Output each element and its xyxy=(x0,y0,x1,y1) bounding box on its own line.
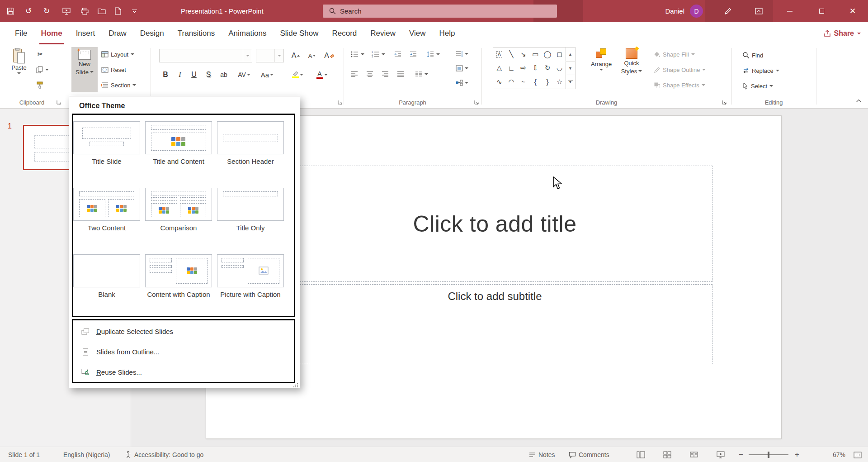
subtitle-placeholder[interactable]: Click to add subtitle xyxy=(277,284,712,364)
zoom-slider[interactable] xyxy=(749,447,788,462)
minimize-button[interactable] xyxy=(774,0,806,22)
font-name-combo[interactable] xyxy=(159,49,252,62)
shape-arc[interactable]: ◠ xyxy=(505,75,518,89)
text-direction-button[interactable] xyxy=(456,47,468,61)
tab-draw[interactable]: Draw xyxy=(102,22,133,44)
shapes-scroll-up[interactable]: ▲ xyxy=(566,48,575,62)
shape-effects-button[interactable]: Shape Effects xyxy=(654,79,705,91)
convert-to-smartart-button[interactable] xyxy=(456,76,468,90)
accessibility-checker[interactable]: Accessibility: Good to go xyxy=(125,447,203,462)
font-dialog-launcher[interactable] xyxy=(336,99,343,105)
layout-option-content-with-caption[interactable]: Content with Caption xyxy=(145,254,212,321)
decrease-indent-button[interactable] xyxy=(394,48,401,61)
align-left-button[interactable] xyxy=(351,68,358,81)
highlight-color-button[interactable] xyxy=(288,68,307,81)
maximize-button[interactable] xyxy=(806,0,837,22)
customize-quick-access-button[interactable] xyxy=(126,0,143,22)
view-slideshow-button[interactable] xyxy=(717,447,725,462)
menu-item-duplicate-selected-slides[interactable]: Duplicate Selected Slides xyxy=(74,321,290,342)
tab-record[interactable]: Record xyxy=(325,22,363,44)
zoom-level[interactable]: 67% xyxy=(833,447,845,462)
menu-resize-handle[interactable] xyxy=(295,385,296,386)
new-slide-button[interactable]: ✦ New Slide xyxy=(71,47,98,92)
layout-option-comparison[interactable]: Comparison xyxy=(145,188,212,254)
tab-transitions[interactable]: Transitions xyxy=(171,22,222,44)
increase-indent-button[interactable] xyxy=(410,48,417,61)
find-button[interactable]: Find xyxy=(742,49,763,62)
strikethrough-button[interactable]: ab xyxy=(217,68,231,81)
font-size-caret[interactable] xyxy=(274,49,283,62)
shape-fill-button[interactable]: Shape Fill xyxy=(654,48,695,61)
shape-right-brace[interactable]: } xyxy=(542,75,554,89)
layout-option-section-header[interactable]: Section Header xyxy=(217,121,284,188)
start-slideshow-button[interactable] xyxy=(58,0,75,22)
shape-right-arrow[interactable]: ⇨ xyxy=(517,61,529,75)
zoom-out-button[interactable]: − xyxy=(739,447,743,462)
shape-triangle[interactable]: △ xyxy=(493,61,505,75)
align-right-button[interactable] xyxy=(382,68,389,81)
shape-curve[interactable]: ~ xyxy=(517,75,529,89)
open-button[interactable] xyxy=(93,0,110,22)
shape-circular-arrow[interactable]: ↻ xyxy=(542,61,554,75)
redo-button[interactable]: ↻ xyxy=(38,0,55,22)
replace-button[interactable]: Replace xyxy=(742,64,779,77)
shape-down-arrow[interactable]: ⇩ xyxy=(529,61,542,75)
line-spacing-button[interactable] xyxy=(427,48,440,61)
undo-button[interactable]: ↺ xyxy=(20,0,37,22)
shape-arc-down[interactable]: ◡ xyxy=(553,61,566,75)
shapes-gallery-scroll[interactable]: ▲ ▼ ▼ xyxy=(566,47,576,89)
shape-textbox[interactable]: A xyxy=(493,48,505,61)
bold-button[interactable]: B xyxy=(159,68,172,81)
ink-pen-button[interactable] xyxy=(718,0,738,22)
tab-home[interactable]: Home xyxy=(34,22,69,44)
collapse-ribbon-button[interactable] xyxy=(856,96,862,105)
shape-star[interactable]: ☆ xyxy=(553,75,566,89)
layout-option-blank[interactable]: Blank xyxy=(73,254,140,321)
reset-button[interactable]: Reset xyxy=(101,63,126,76)
shape-elbow[interactable]: ∟ xyxy=(505,61,518,75)
decrease-font-size-button[interactable]: A xyxy=(305,49,319,62)
tab-insert[interactable]: Insert xyxy=(69,22,102,44)
layout-option-title-slide[interactable]: Title Slide xyxy=(73,121,140,188)
increase-font-size-button[interactable]: A xyxy=(288,49,303,62)
comments-button[interactable]: Comments xyxy=(569,447,609,462)
layout-option-title-and-content[interactable]: Title and Content xyxy=(145,121,212,188)
shape-scribble[interactable]: ∿ xyxy=(493,75,505,89)
font-name-caret[interactable] xyxy=(243,49,252,62)
close-button[interactable]: ✕ xyxy=(837,0,868,22)
shape-left-brace[interactable]: { xyxy=(529,75,542,89)
print-preview-button[interactable] xyxy=(76,0,93,22)
zoom-in-button[interactable]: + xyxy=(795,447,799,462)
section-button[interactable]: Section xyxy=(101,79,136,91)
search-box[interactable]: Search xyxy=(323,5,557,18)
select-button[interactable]: Select xyxy=(742,80,773,92)
layout-button[interactable]: Layout xyxy=(101,48,134,61)
tab-help[interactable]: Help xyxy=(433,22,462,44)
account-name[interactable]: Daniel xyxy=(650,0,684,22)
shapes-scroll-down[interactable]: ▼ xyxy=(566,62,575,76)
menu-item-slides-from-outline[interactable]: Slides from Outline... xyxy=(74,342,290,362)
avatar[interactable]: D xyxy=(690,5,703,18)
save-button[interactable] xyxy=(2,0,19,22)
columns-button[interactable] xyxy=(415,68,428,81)
character-spacing-button[interactable]: AV xyxy=(234,68,254,81)
underline-button[interactable]: U xyxy=(188,68,200,81)
drawing-dialog-launcher[interactable] xyxy=(721,99,727,105)
view-slide-sorter-button[interactable] xyxy=(663,447,671,462)
tab-file[interactable]: File xyxy=(8,22,34,44)
shape-outline-button[interactable]: Shape Outline xyxy=(654,63,706,76)
font-color-button[interactable]: A xyxy=(312,68,332,81)
layout-option-picture-with-caption[interactable]: Picture with Caption xyxy=(217,254,284,321)
align-text-button[interactable] xyxy=(456,62,468,75)
zoom-thumb[interactable] xyxy=(768,452,769,458)
font-size-combo[interactable] xyxy=(256,49,284,62)
numbering-button[interactable]: 123 xyxy=(372,48,385,61)
slide-indicator[interactable]: Slide 1 of 1 xyxy=(8,447,40,462)
align-center-button[interactable] xyxy=(366,68,373,81)
new-file-button[interactable] xyxy=(109,0,127,22)
shapes-gallery[interactable]: A ╲ ↘ ▭ ◯ ◻ △ ∟ ⇨ ⇩ ↻ ◡ ∿ ◠ ~ { } ☆ xyxy=(493,47,566,89)
change-case-button[interactable]: Aa xyxy=(258,68,277,81)
ribbon-display-options-button[interactable] xyxy=(749,0,769,22)
tab-design[interactable]: Design xyxy=(133,22,171,44)
quick-styles-button[interactable]: Quick Styles xyxy=(618,48,646,75)
